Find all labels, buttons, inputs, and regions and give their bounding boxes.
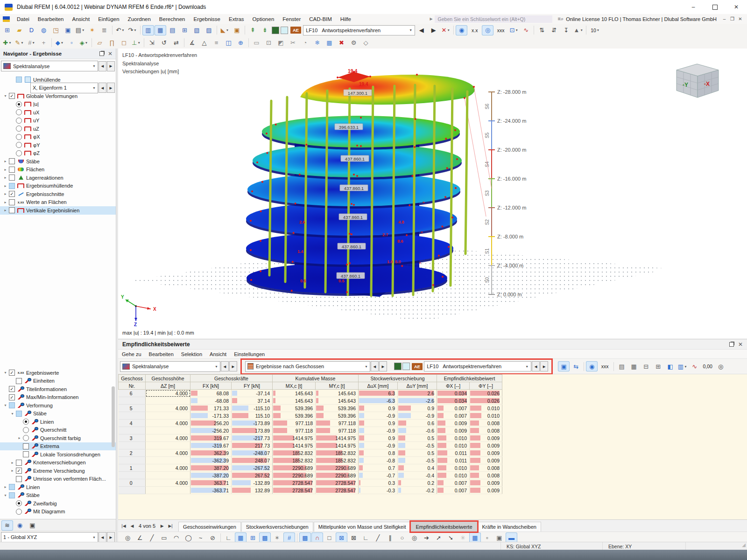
- checkbox-stäbe[interactable]: [9, 492, 15, 498]
- table-views-button[interactable]: ▣: [558, 361, 570, 371]
- extension-snap-button[interactable]: ➚: [433, 532, 444, 543]
- checkbox-ergebnisschnitte[interactable]: ✓: [9, 191, 15, 197]
- tree-item-werte-an-flächen[interactable]: ▸x.xxWerte an Flächen: [0, 198, 116, 207]
- cell-value[interactable]: 1414.975: [316, 442, 359, 449]
- cell-value[interactable]: -173.89: [232, 420, 273, 427]
- cell-value[interactable]: -2.6: [398, 397, 437, 405]
- loads-display-button[interactable]: ⇞: [247, 25, 259, 35]
- cell-value[interactable]: 2290.689: [316, 472, 359, 479]
- navigation-cube[interactable]: -Y -X: [677, 64, 719, 98]
- expander-icon[interactable]: ▸: [9, 461, 16, 465]
- tree-item--z[interactable]: φZ: [0, 149, 116, 158]
- cell-value[interactable]: 0.010: [437, 472, 470, 479]
- cell-value[interactable]: 0.008: [470, 427, 502, 434]
- results-display-button[interactable]: ⇟: [259, 25, 271, 35]
- expander-icon[interactable]: ▸: [2, 175, 9, 180]
- cell-value[interactable]: 363.71: [190, 479, 232, 487]
- grid-display-button[interactable]: ▦: [235, 532, 247, 543]
- tree-item-lokale-torsionsdrehungen[interactable]: Lokale Torsionsdrehungen: [0, 450, 116, 459]
- cell-value[interactable]: 145.643: [316, 390, 359, 397]
- cell-value[interactable]: 0.7: [359, 464, 398, 472]
- checkbox-stäbe[interactable]: [16, 411, 22, 417]
- cell-story-height[interactable]: 4.000: [146, 420, 190, 427]
- doc-restore-icon[interactable]: ❐: [728, 16, 736, 21]
- dimensions-button[interactable]: ∡: [186, 37, 198, 48]
- cell-value[interactable]: -115.10: [232, 405, 273, 412]
- no-snap-button[interactable]: ⊘: [207, 532, 218, 543]
- analysis-next-button[interactable]: ▶: [107, 61, 115, 71]
- center-snap-button[interactable]: ◎: [409, 532, 420, 543]
- tree-item--x[interactable]: φX: [0, 133, 116, 141]
- cell-value[interactable]: -132.89: [232, 479, 273, 487]
- cell-value[interactable]: 0.007: [437, 487, 470, 494]
- tab-stockwerksverschiebungen[interactable]: Stockwerksverschiebungen: [241, 522, 313, 532]
- expander-icon[interactable]: ▸: [2, 192, 9, 196]
- shadow-mode-button[interactable]: ◔: [299, 37, 311, 48]
- radio-querschnitt[interactable]: [23, 427, 29, 433]
- expander-icon[interactable]: ▸: [9, 469, 16, 473]
- checkbox-flächen[interactable]: [9, 167, 15, 173]
- checkbox-verformung[interactable]: [9, 402, 15, 408]
- tree-item-extrema[interactable]: Extrema: [0, 442, 116, 451]
- cell-value[interactable]: -37.14: [232, 390, 273, 397]
- layer-dialog-button[interactable]: ▣: [493, 532, 505, 543]
- ortho-mode-button[interactable]: ∠: [134, 532, 146, 543]
- cell-value[interactable]: 115.10: [232, 412, 273, 420]
- parallel-snap-button[interactable]: ╱: [372, 532, 384, 543]
- eigenform-prev-button[interactable]: ◀: [99, 83, 106, 93]
- menu-berechnen[interactable]: Berechnen: [155, 16, 190, 22]
- swatch-green-icon[interactable]: [272, 27, 279, 34]
- navigator-tab-views-button[interactable]: ▣: [27, 520, 38, 531]
- eigenform-next-button[interactable]: ▶: [107, 83, 115, 93]
- close-button[interactable]: ✕: [726, 0, 747, 14]
- tree-item-x-eigenform-1[interactable]: X, Eigenform 1▼◀▶: [0, 84, 116, 92]
- fixed-columns-button[interactable]: ▥▼: [677, 361, 688, 371]
- menu-bearbeiten[interactable]: Bearbeiten: [34, 16, 68, 22]
- eigenform-combo[interactable]: X, Eigenform 1▼: [30, 83, 98, 93]
- tree-item-knotenverschiebungen[interactable]: ▸Knotenverschiebungen: [0, 459, 116, 467]
- transparency-button[interactable]: ▩: [324, 37, 335, 48]
- doc-minimize-icon[interactable]: –: [720, 16, 728, 21]
- cell-story-nr[interactable]: [119, 427, 146, 434]
- checkbox-extreme-verschiebung[interactable]: ✓: [16, 468, 22, 474]
- cell-value[interactable]: 0.5: [398, 449, 437, 457]
- cell-story-height[interactable]: [146, 397, 190, 405]
- cartesian-snap-button[interactable]: ∟: [223, 532, 234, 543]
- search-input[interactable]: Geben Sie ein Schlüsselwort ein (Alt+Q): [435, 15, 552, 23]
- expander-icon[interactable]: ▸: [2, 208, 9, 212]
- cell-value[interactable]: 171.33: [190, 405, 232, 412]
- cell-value[interactable]: 1852.832: [316, 449, 359, 457]
- cell-value[interactable]: 217.73: [232, 442, 273, 449]
- panel-lc-prev[interactable]: ◀: [532, 361, 540, 371]
- tree-item-flächen[interactable]: ▸Flächen: [0, 166, 116, 174]
- tab-geschosseinwirkungen[interactable]: Geschosseinwirkungen: [178, 522, 241, 532]
- edge-snap-button[interactable]: ⊠: [348, 532, 359, 543]
- table-row[interactable]: 54.000171.33-115.10539.396539.3960.90.90…: [119, 405, 502, 412]
- new-guideline-button[interactable]: ✶: [271, 532, 283, 543]
- tree-item-linien[interactable]: Linien: [0, 418, 116, 426]
- cell-value[interactable]: -362.39: [190, 457, 232, 464]
- cell-value[interactable]: 0.011: [437, 457, 470, 464]
- clipping-plane-button[interactable]: ✂: [287, 37, 299, 48]
- tables-toggle-button[interactable]: ▦: [155, 25, 166, 35]
- panel-menu-bearbeiten[interactable]: Bearbeiten: [145, 351, 177, 357]
- tree-item-zweifarbig[interactable]: Zweifarbig: [0, 499, 116, 508]
- cell-value[interactable]: 0.010: [470, 405, 502, 412]
- tree-item-|u|[interactable]: |u|: [0, 100, 116, 109]
- tree-item--y[interactable]: φY: [0, 141, 116, 149]
- checkbox-umrisse-von-verformten-fläch-[interactable]: [16, 476, 22, 482]
- view-direction-button[interactable]: ▲▼: [572, 25, 584, 35]
- panel-loadcase-combo[interactable]: LF10 Antwortspektrenverfahren ▼: [424, 361, 531, 371]
- expander-icon[interactable]: ▾: [2, 371, 9, 375]
- checkbox-stäbe[interactable]: [9, 158, 15, 164]
- swatch-cyan[interactable]: [402, 363, 410, 370]
- cell-value[interactable]: 0.9: [359, 434, 398, 442]
- tree-item-ergebnisschnitte[interactable]: ▸✓Ergebnisschnitte: [0, 190, 116, 198]
- show-extreme-values-button[interactable]: xxx: [494, 25, 507, 35]
- grid-settings-button[interactable]: ⊞: [247, 532, 259, 543]
- table-select-combo[interactable]: Ergebnisse nach Geschossen ▼: [245, 361, 370, 372]
- menu-extras[interactable]: Extras: [225, 16, 248, 22]
- show-result-values-button[interactable]: x.x: [468, 25, 481, 35]
- cell-value[interactable]: 1414.975: [273, 442, 316, 449]
- cell-value[interactable]: 132.89: [232, 487, 273, 494]
